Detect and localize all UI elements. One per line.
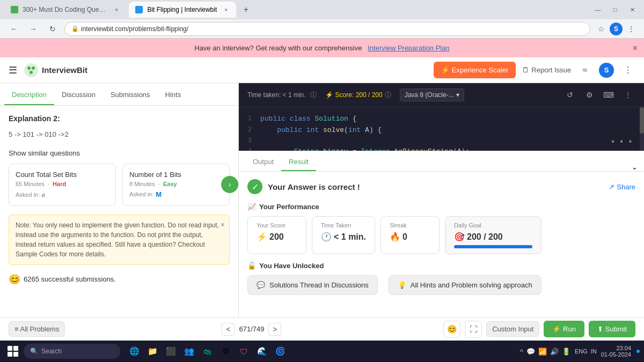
inactive-tab-label: 300+ Must Do Coding Questio... bbox=[23, 6, 108, 13]
question-card-1[interactable]: Count Total Set Bits 65 Minutes · Hard A… bbox=[9, 164, 116, 206]
taskbar-settings-icon[interactable]: ⚙ bbox=[218, 344, 233, 359]
more-options-icon[interactable]: ⋮ bbox=[620, 63, 635, 78]
question-card-2[interactable]: Number of 1 Bits 8 Minutes · Easy Asked … bbox=[122, 164, 230, 206]
left-panel: Description Discussion Submissions Hints… bbox=[0, 83, 239, 317]
new-tab-button[interactable]: + bbox=[238, 2, 253, 17]
inactive-tab-close[interactable]: × bbox=[113, 5, 120, 14]
experience-scaler-button[interactable]: ⚡ Experience Scaler bbox=[434, 62, 516, 78]
tray-icon-1[interactable]: ^ bbox=[520, 348, 523, 356]
back-button[interactable]: ← bbox=[6, 21, 21, 36]
share-button[interactable]: ↗ Share bbox=[609, 183, 635, 191]
start-button[interactable] bbox=[4, 343, 21, 360]
notification-center-icon[interactable]: 💬 bbox=[526, 348, 535, 356]
output-tab[interactable]: Output bbox=[245, 153, 281, 171]
streak-number: 0 bbox=[402, 232, 407, 242]
code-editor-area[interactable]: 1 public class Solution { 2 public int s… bbox=[239, 107, 644, 151]
fullscreen-icon[interactable]: ⛶ bbox=[465, 321, 482, 338]
line-code-4: String binary = Integer.toBinaryString(A… bbox=[260, 146, 470, 151]
undo-button[interactable]: ↺ bbox=[562, 87, 577, 102]
share-label: Share bbox=[617, 183, 635, 191]
taskbar-terminal-icon[interactable]: ⬛ bbox=[163, 344, 178, 359]
next-question-button[interactable]: › bbox=[221, 176, 238, 193]
language-selector[interactable]: Java 8 (Oracle-... ▾ bbox=[400, 88, 464, 101]
collapse-icon[interactable]: ⌄ bbox=[632, 163, 638, 171]
tab-hints[interactable]: Hints bbox=[158, 85, 189, 105]
streak-card: Streak 🔥 0 bbox=[380, 216, 440, 254]
menu-icon[interactable]: ⋮ bbox=[625, 23, 638, 35]
active-tab-label: Bit Flipping | Interviewbit bbox=[147, 6, 217, 13]
url-bar[interactable]: 🔒 interviewbit.com/problems/bit-flipping… bbox=[64, 22, 590, 36]
battery-icon[interactable]: 🔋 bbox=[562, 348, 570, 356]
wifi-icon[interactable]: 📶 bbox=[538, 348, 547, 356]
taskbar-extra-icon[interactable]: 🌀 bbox=[273, 344, 288, 359]
user-avatar[interactable]: S bbox=[599, 63, 614, 78]
taskbar-teams-icon[interactable]: 👥 bbox=[181, 344, 196, 359]
taskbar-shield-icon[interactable]: 🛡 bbox=[236, 344, 251, 359]
submit-button[interactable]: ⬆ Submit bbox=[589, 321, 635, 337]
refresh-button[interactable]: ↻ bbox=[45, 21, 60, 36]
similar-questions-toggle[interactable]: Show similar questions bbox=[9, 149, 230, 157]
report-issue-button[interactable]: 🗒 Report Issue bbox=[522, 66, 571, 74]
q2-meta: 8 Minutes · Easy bbox=[129, 181, 223, 187]
bottom-bar: ≡ All Problems < 671/749 > 😊 ⛶ Custom In… bbox=[0, 317, 644, 341]
next-problem-button[interactable]: > bbox=[268, 323, 281, 336]
note-close-button[interactable]: × bbox=[221, 219, 225, 231]
notification-icon[interactable]: ≈ bbox=[577, 63, 592, 78]
all-problems-button[interactable]: ≡ All Problems bbox=[9, 321, 65, 337]
daily-goal-card: Daily Goal 🎯 200 / 200 bbox=[445, 216, 541, 254]
hamburger-menu-icon[interactable]: ☰ bbox=[9, 64, 17, 76]
tab-description[interactable]: Description bbox=[4, 85, 54, 105]
close-button[interactable]: ✕ bbox=[625, 2, 640, 17]
prev-problem-button[interactable]: < bbox=[222, 323, 235, 336]
explanation-text: 5 -> 101 -> 010 ->2 bbox=[9, 129, 230, 141]
volume-icon[interactable]: 🔊 bbox=[550, 348, 559, 356]
title-bar: 300+ Must Do Coding Questio... × Bit Fli… bbox=[0, 0, 644, 19]
line-number-2: 2 bbox=[239, 125, 260, 136]
more-options-code-icon[interactable]: ⋮ bbox=[620, 87, 635, 102]
active-tab-close[interactable]: × bbox=[222, 5, 230, 14]
system-tray-icons: ^ 💬 📶 🔊 🔋 bbox=[520, 348, 570, 356]
perf-graph-icon: 📈 bbox=[247, 203, 256, 211]
tab-submissions[interactable]: Submissions bbox=[103, 85, 158, 105]
window-controls: — □ ✕ bbox=[590, 2, 640, 17]
tab-favicon-2 bbox=[135, 6, 143, 13]
tab-discussion[interactable]: Discussion bbox=[54, 85, 103, 105]
performance-title-text: Your Performance bbox=[259, 203, 319, 211]
line-number-3: 3 bbox=[239, 136, 260, 146]
settings-icon[interactable]: ⚙ bbox=[582, 87, 597, 102]
performance-title: 📈 Your Performance bbox=[247, 203, 635, 211]
banner-close-button[interactable]: × bbox=[633, 43, 638, 53]
count-text: 6265 successful submissions. bbox=[24, 275, 116, 283]
unlock-buttons-row: 💬 Solutions Thread in Discussions 💡 All … bbox=[247, 275, 635, 295]
result-tab[interactable]: Result bbox=[281, 153, 316, 171]
taskbar-browser-icon[interactable]: 🌐 bbox=[127, 344, 142, 359]
score-badge: ⚡ Score: 200 / 200 ⓘ bbox=[325, 91, 391, 100]
taskbar-store-icon[interactable]: 🛍 bbox=[200, 344, 215, 359]
language-indicator: ENG IN bbox=[575, 348, 597, 354]
minimize-button[interactable]: — bbox=[590, 2, 605, 17]
taskbar-search-box[interactable]: 🔍 Search bbox=[24, 344, 120, 359]
right-panel: Time taken: < 1 min. ⓘ ⚡ Score: 200 / 20… bbox=[239, 83, 644, 317]
time-value: 🕐 < 1 min. bbox=[321, 232, 366, 242]
taskbar-edge-icon[interactable]: 🌊 bbox=[254, 344, 269, 359]
code-editor[interactable]: 1 public class Solution { 2 public int s… bbox=[239, 107, 644, 151]
svg-point-3 bbox=[30, 71, 33, 74]
banner-link[interactable]: Interview Preparation Plan bbox=[368, 44, 449, 52]
logo[interactable]: InterviewBit bbox=[24, 63, 87, 78]
run-button[interactable]: ⚡ Run bbox=[544, 321, 584, 337]
streak-value: 🔥 0 bbox=[390, 232, 430, 242]
forward-button[interactable]: → bbox=[26, 21, 41, 36]
emoji-feedback-icon[interactable]: 😊 bbox=[443, 321, 460, 338]
maximize-button[interactable]: □ bbox=[608, 2, 623, 17]
custom-input-button[interactable]: Custom Input bbox=[486, 321, 539, 337]
code-scrollbar[interactable] bbox=[640, 107, 644, 151]
taskbar-file-icon[interactable]: 📁 bbox=[145, 344, 160, 359]
star-icon[interactable]: ☆ bbox=[595, 23, 608, 35]
solutions-thread-button[interactable]: 💬 Solutions Thread in Discussions bbox=[247, 275, 378, 295]
active-tab[interactable]: Bit Flipping | Interviewbit × bbox=[129, 2, 236, 18]
user-profile-icon[interactable]: S bbox=[610, 23, 623, 35]
q1-asked-label: Asked in: bbox=[16, 191, 40, 198]
inactive-tab[interactable]: 300+ Must Do Coding Questio... × bbox=[4, 2, 127, 18]
hints-button[interactable]: 💡 All Hints and Problem solving approach bbox=[389, 275, 541, 295]
keyboard-shortcuts-icon[interactable]: ⌨ bbox=[601, 87, 616, 102]
